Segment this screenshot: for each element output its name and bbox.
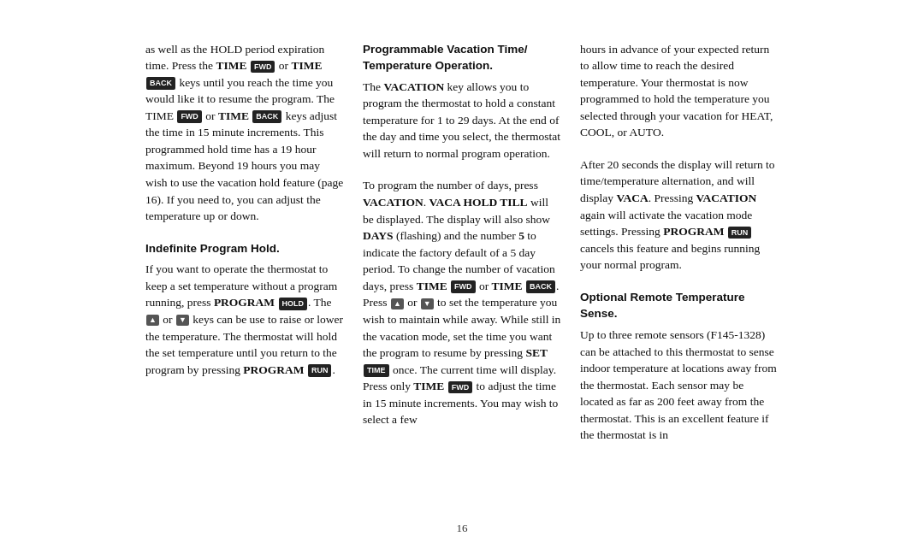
optional-remote-section: Optional Remote Temperature Sense. Up to… bbox=[580, 289, 779, 451]
vacation-time-section: Programmable Vacation Time/Temperature O… bbox=[363, 41, 561, 169]
vacation-program-section: To program the number of days, press VAC… bbox=[363, 177, 561, 434]
indefinite-program-hold-section: Indefinite Program Hold. If you want to … bbox=[145, 240, 344, 386]
hold-period-text: as well as the HOLD period expiration ti… bbox=[145, 41, 344, 225]
page-number: 16 bbox=[457, 521, 468, 537]
indefinite-program-hold-heading: Indefinite Program Hold. bbox=[145, 240, 344, 257]
optional-remote-heading: Optional Remote Temperature Sense. bbox=[580, 289, 779, 322]
column-3: hours in advance of your expected return… bbox=[580, 41, 779, 520]
indefinite-program-hold-text: If you want to operate the thermostat to… bbox=[145, 261, 344, 378]
vacation-time-intro: The VACATION key allows you to program t… bbox=[363, 79, 561, 162]
vacation-advance-section: hours in advance of your expected return… bbox=[580, 41, 779, 148]
vacation-time-heading: Programmable Vacation Time/Temperature O… bbox=[363, 41, 561, 74]
column-2: Programmable Vacation Time/Temperature O… bbox=[363, 41, 561, 520]
column-1: as well as the HOLD period expiration ti… bbox=[145, 41, 344, 520]
optional-remote-text: Up to three remote sensors (F145-1328) c… bbox=[580, 327, 779, 444]
hold-period-section: as well as the HOLD period expiration ti… bbox=[145, 41, 344, 232]
page: as well as the HOLD period expiration ti… bbox=[128, 15, 796, 545]
vaca-display-section: After 20 seconds the display will return… bbox=[580, 156, 779, 280]
vaca-display-text: After 20 seconds the display will return… bbox=[580, 156, 779, 274]
vacation-advance-text: hours in advance of your expected return… bbox=[580, 41, 779, 141]
vacation-program-text: To program the number of days, press VAC… bbox=[363, 177, 561, 427]
